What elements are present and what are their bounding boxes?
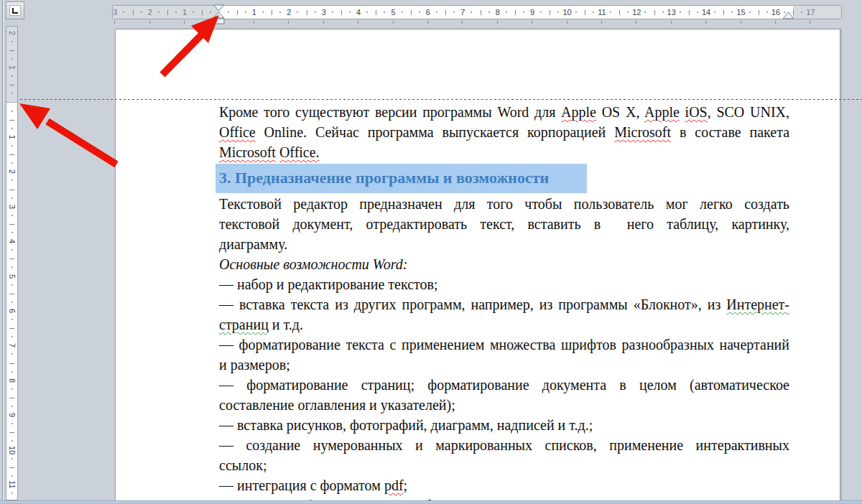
h-ruler-edge-tick xyxy=(323,21,324,24)
v-ruler-half-tick xyxy=(9,328,14,329)
h-ruler-quarter-dot xyxy=(297,11,298,13)
h-ruler-number: 5 xyxy=(391,8,395,17)
v-ruler-quarter-dot xyxy=(11,75,13,77)
h-ruler-number: 9 xyxy=(530,8,534,17)
document-line[interactable]: страниц и т.д. xyxy=(219,314,789,335)
document-line[interactable]: ссылок; xyxy=(219,455,789,475)
indent-marker-group[interactable] xyxy=(213,4,225,25)
grammar-flagged-word: Интернет- xyxy=(726,297,789,312)
v-ruler-number: 1 xyxy=(8,135,17,139)
document-line[interactable]: Кроме того существуют версии программы W… xyxy=(219,102,789,122)
document-line[interactable]: текстовой документ, отредактировать текс… xyxy=(219,214,789,234)
document-line[interactable]: — вставка рисунков, фотографий, диаграмм… xyxy=(219,415,789,435)
h-ruler-half-tick xyxy=(689,10,690,15)
h-ruler-number: 1 xyxy=(182,8,187,17)
v-ruler-quarter-dot xyxy=(11,162,13,164)
h-ruler-quarter-dot xyxy=(453,11,455,13)
text-run: Текстовой редактор предназначен для того… xyxy=(219,196,789,212)
h-ruler-quarter-dot xyxy=(680,11,681,13)
document-line[interactable]: Office Online. Сейчас программа выпускае… xyxy=(219,122,789,142)
first-line-indent-marker[interactable] xyxy=(213,5,224,11)
v-ruler-number: 1 xyxy=(8,65,17,70)
v-ruler-quarter-dot xyxy=(11,388,13,390)
h-ruler-half-tick xyxy=(272,10,272,15)
v-ruler-quarter-dot xyxy=(11,423,13,424)
document-line[interactable]: диаграмму. xyxy=(219,234,789,254)
h-ruler-quarter-dot xyxy=(315,11,316,13)
text-run: диаграмму. xyxy=(219,236,287,252)
spellcheck-flagged-word: Office xyxy=(219,124,256,140)
h-ruler-quarter-dot xyxy=(714,11,715,13)
h-ruler-number: 4 xyxy=(356,8,361,17)
hanging-indent-marker[interactable] xyxy=(213,12,224,18)
h-ruler-edge-tick xyxy=(775,21,776,24)
h-ruler-left-margin-zone xyxy=(113,6,220,19)
h-ruler-quarter-dot xyxy=(245,11,246,13)
left-indent-marker[interactable] xyxy=(213,19,224,24)
v-ruler-quarter-dot xyxy=(11,302,13,303)
tab-selector-button[interactable] xyxy=(6,1,24,19)
h-ruler-quarter-dot xyxy=(436,11,437,13)
document-heading-line[interactable]: 3. Предназначение программы и возможност… xyxy=(219,162,789,194)
document-line[interactable]: составление оглавления и указателей); xyxy=(219,395,789,415)
v-ruler-quarter-dot xyxy=(11,58,13,60)
h-ruler-quarter-dot xyxy=(557,11,559,13)
h-ruler-quarter-dot xyxy=(366,11,368,13)
h-ruler-half-tick xyxy=(550,10,550,15)
h-ruler-edge-tick xyxy=(497,21,498,24)
h-ruler-quarter-dot xyxy=(384,11,385,13)
h-ruler-half-tick xyxy=(411,10,412,15)
v-ruler-quarter-dot xyxy=(11,440,13,442)
v-ruler-number: 2 xyxy=(8,31,17,35)
document-line[interactable]: — создание нумерованных и маркированных … xyxy=(219,435,789,455)
h-ruler-quarter-dot xyxy=(488,11,490,13)
document-line[interactable]: — форматирование текста с применением мн… xyxy=(219,335,789,355)
v-ruler-half-tick xyxy=(9,120,14,121)
h-ruler-edge-tick xyxy=(184,21,185,24)
vertical-ruler[interactable]: 211234567891011 xyxy=(6,26,18,500)
right-indent-marker[interactable] xyxy=(782,11,794,20)
document-line[interactable]: — форматирование страниц; форматирование… xyxy=(219,375,789,395)
h-ruler-half-tick xyxy=(445,10,446,15)
v-ruler-number: 3 xyxy=(8,205,17,209)
h-ruler-quarter-dot xyxy=(749,11,751,13)
v-ruler-half-tick xyxy=(9,190,14,190)
v-ruler-quarter-dot xyxy=(11,336,13,337)
v-ruler-quarter-dot xyxy=(11,197,13,199)
top-margin-dotted-line xyxy=(20,99,862,100)
v-ruler-quarter-dot xyxy=(11,249,13,251)
h-ruler-number: 2 xyxy=(148,8,152,17)
h-ruler-edge-tick xyxy=(462,21,463,24)
h-ruler-number: 13 xyxy=(667,8,676,17)
h-ruler-half-tick xyxy=(237,10,238,15)
h-ruler-half-tick xyxy=(619,10,620,15)
h-ruler-number: 3 xyxy=(113,8,117,17)
document-line[interactable]: — вставка текста из других программ, нап… xyxy=(219,294,789,314)
spellcheck-flagged-word: Apple xyxy=(644,104,680,120)
h-ruler-half-tick xyxy=(341,10,342,15)
v-ruler-quarter-dot xyxy=(11,493,13,494)
h-ruler-edge-tick xyxy=(705,21,706,24)
document-text-area[interactable]: Кроме того существуют версии программы W… xyxy=(219,102,789,504)
h-ruler-edge-tick xyxy=(601,21,602,24)
h-ruler-number: 8 xyxy=(496,8,500,17)
h-ruler-number: 1 xyxy=(252,8,256,17)
h-ruler-edge-tick xyxy=(358,21,358,24)
v-ruler-quarter-dot xyxy=(11,41,13,42)
document-line[interactable]: и размеров; xyxy=(219,355,789,375)
h-ruler-quarter-dot xyxy=(610,11,611,13)
h-ruler-number: 6 xyxy=(426,8,430,17)
h-ruler-half-tick xyxy=(307,10,307,15)
document-line[interactable]: Текстовой редактор предназначен для того… xyxy=(219,194,789,214)
document-line[interactable]: — набор и редактирование текстов; xyxy=(219,274,789,294)
v-ruler-half-tick xyxy=(9,398,14,398)
document-line[interactable]: Microsoft Office. xyxy=(219,142,789,162)
v-ruler-number: 7 xyxy=(8,343,17,347)
h-ruler-edge-tick xyxy=(427,21,428,24)
document-line[interactable]: — интеграция с форматом pdf; xyxy=(219,475,789,495)
h-ruler-quarter-dot xyxy=(228,11,229,13)
h-ruler-edge-tick xyxy=(671,21,672,24)
document-line[interactable]: Основные возможности Word: xyxy=(219,254,789,274)
h-ruler-quarter-dot xyxy=(593,11,594,13)
v-ruler-half-tick xyxy=(9,294,14,294)
